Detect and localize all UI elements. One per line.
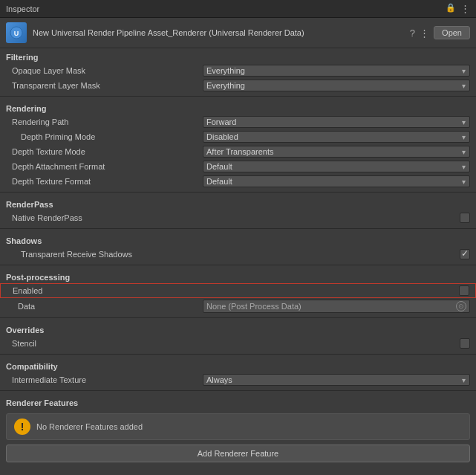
- post-processing-enabled-checkbox[interactable]: [459, 285, 469, 296]
- depth-attachment-format-row: Depth Attachment Format Default: [0, 159, 476, 174]
- native-renderpass-row: Native RenderPass: [0, 210, 476, 225]
- asset-title: New Universal Render Pipeline Asset_Rend…: [33, 28, 404, 37]
- depth-texture-mode-dropdown-wrapper: After Transparents: [203, 146, 470, 158]
- transparent-receive-shadows-row: Transparent Receive Shadows: [0, 247, 476, 262]
- rendering-path-dropdown[interactable]: Forward: [203, 116, 470, 128]
- shadows-section-header: Shadows: [0, 232, 476, 247]
- svg-text:U: U: [14, 30, 19, 37]
- native-renderpass-label: Native RenderPass: [12, 213, 460, 222]
- post-processing-enabled-label: Enabled: [13, 286, 459, 295]
- native-renderpass-checkbox-wrapper: [460, 213, 470, 223]
- data-picker-icon[interactable]: ⊙: [456, 301, 466, 311]
- post-processing-data-value-wrapper[interactable]: None (Post Process Data) ⊙: [203, 300, 470, 313]
- rendering-path-dropdown-wrapper: Forward: [203, 116, 470, 128]
- asset-icon: U: [6, 22, 27, 43]
- post-processing-data-value: None (Post Process Data): [206, 302, 301, 311]
- warning-icon: !: [14, 419, 30, 435]
- transparent-layer-mask-dropdown[interactable]: Everything: [203, 80, 470, 91]
- compatibility-section-header: Compatibility: [0, 358, 476, 372]
- stencil-row: Stencil: [0, 336, 476, 351]
- transparent-layer-mask-dropdown-wrapper: Everything: [203, 80, 470, 91]
- divider-2: [0, 192, 476, 193]
- depth-texture-format-label: Depth Texture Format: [12, 177, 203, 186]
- depth-priming-mode-row: Depth Priming Mode Disabled: [0, 129, 476, 144]
- depth-texture-mode-label: Depth Texture Mode: [12, 147, 203, 156]
- depth-texture-format-dropdown-wrapper: Default: [203, 175, 470, 187]
- stencil-label: Stencil: [12, 339, 460, 348]
- renderer-features-section-header: Renderer Features: [0, 394, 476, 409]
- opaque-layer-mask-row: Opaque Layer Mask Everything: [0, 63, 476, 78]
- post-processing-enabled-checkbox-wrapper: [459, 285, 469, 296]
- depth-attachment-format-label: Depth Attachment Format: [12, 162, 203, 171]
- divider-4: [0, 265, 476, 265]
- divider-1: [0, 96, 476, 97]
- depth-priming-mode-label: Depth Priming Mode: [12, 132, 203, 141]
- opaque-layer-mask-label: Opaque Layer Mask: [12, 66, 203, 75]
- depth-attachment-format-dropdown[interactable]: Default: [203, 161, 470, 172]
- divider-3: [0, 228, 476, 229]
- help-icon[interactable]: ?: [410, 28, 415, 39]
- title-menu-icon[interactable]: ⋮: [460, 3, 470, 14]
- urp-icon: U: [9, 25, 24, 40]
- inspector-title: Inspector: [6, 4, 39, 13]
- depth-texture-mode-row: Depth Texture Mode After Transparents: [0, 144, 476, 159]
- stencil-checkbox-wrapper: [460, 338, 470, 349]
- intermediate-texture-dropdown[interactable]: Always: [203, 374, 470, 386]
- warning-text: No Renderer Features added: [36, 422, 143, 431]
- divider-7: [0, 390, 476, 391]
- divider-5: [0, 317, 476, 318]
- depth-priming-mode-dropdown[interactable]: Disabled: [203, 131, 470, 143]
- rendering-path-row: Rendering Path Forward: [0, 114, 476, 129]
- post-processing-section-header: Post-processing: [0, 268, 476, 283]
- transparent-receive-shadows-checkbox-wrapper: [460, 249, 470, 259]
- depth-texture-format-row: Depth Texture Format Default: [0, 174, 476, 189]
- renderpass-section-header: RenderPass: [0, 196, 476, 210]
- divider-6: [0, 354, 476, 355]
- rendering-path-label: Rendering Path: [12, 117, 203, 126]
- post-processing-data-row: Data None (Post Process Data) ⊙: [0, 298, 476, 314]
- title-bar-icons: 🔒 ⋮: [446, 3, 470, 14]
- header-actions: ? ⋮ Open: [410, 26, 470, 39]
- stencil-checkbox[interactable]: [460, 338, 470, 349]
- transparent-layer-mask-row: Transparent Layer Mask Everything: [0, 78, 476, 93]
- inspector-content: Filtering Opaque Layer Mask Everything T…: [0, 48, 476, 467]
- add-renderer-feature-button[interactable]: Add Renderer Feature: [6, 445, 470, 462]
- depth-texture-format-dropdown[interactable]: Default: [203, 175, 470, 187]
- header-bar: U New Universal Render Pipeline Asset_Re…: [0, 18, 476, 48]
- open-button[interactable]: Open: [434, 26, 470, 39]
- no-features-warning: ! No Renderer Features added: [6, 413, 470, 440]
- intermediate-texture-label: Intermediate Texture: [12, 375, 203, 384]
- filtering-section-header: Filtering: [0, 48, 476, 63]
- post-processing-data-label: Data: [18, 302, 203, 311]
- depth-attachment-format-dropdown-wrapper: Default: [203, 161, 470, 172]
- opaque-layer-mask-dropdown-wrapper: Everything: [203, 65, 470, 77]
- transparent-receive-shadows-label: Transparent Receive Shadows: [12, 250, 460, 259]
- header-menu-icon[interactable]: ⋮: [420, 28, 429, 39]
- lock-icon[interactable]: 🔒: [446, 3, 456, 14]
- title-bar-left: Inspector: [6, 4, 39, 13]
- intermediate-texture-dropdown-wrapper: Always: [203, 374, 470, 386]
- native-renderpass-checkbox[interactable]: [460, 213, 470, 223]
- intermediate-texture-row: Intermediate Texture Always: [0, 372, 476, 387]
- rendering-section-header: Rendering: [0, 100, 476, 114]
- transparent-layer-mask-label: Transparent Layer Mask: [12, 81, 203, 90]
- depth-texture-mode-dropdown[interactable]: After Transparents: [203, 146, 470, 158]
- overrides-section-header: Overrides: [0, 321, 476, 336]
- title-bar: Inspector 🔒 ⋮: [0, 0, 476, 18]
- transparent-receive-shadows-checkbox[interactable]: [460, 249, 470, 259]
- post-processing-enabled-row: Enabled: [0, 283, 476, 298]
- depth-priming-mode-dropdown-wrapper: Disabled: [203, 131, 470, 143]
- opaque-layer-mask-dropdown[interactable]: Everything: [203, 65, 470, 77]
